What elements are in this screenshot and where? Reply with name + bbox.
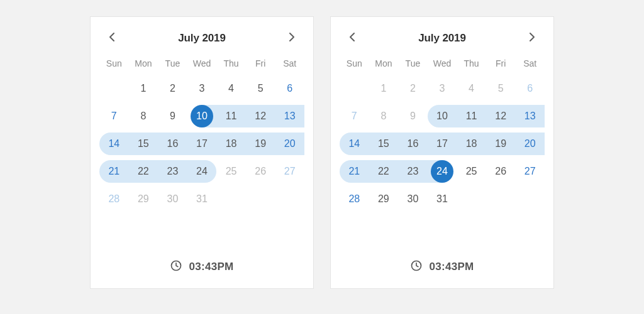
calendar-header: July 2019	[99, 27, 304, 55]
day-cell: 27	[275, 158, 304, 185]
day[interactable]: 13	[275, 102, 304, 130]
day[interactable]: 30	[158, 185, 187, 213]
weekday-label: Sat	[515, 55, 545, 75]
day[interactable]: 4	[216, 75, 246, 102]
day[interactable]: 28	[99, 185, 129, 213]
day[interactable]: 25	[457, 158, 486, 185]
day[interactable]: 17	[187, 130, 217, 158]
day[interactable]: 8	[369, 102, 399, 130]
time-picker[interactable]: 03:43PM	[340, 244, 545, 283]
day[interactable]: 3	[187, 75, 217, 102]
day[interactable]: 15	[129, 130, 158, 158]
day[interactable]: 18	[216, 130, 246, 158]
day-cell: 9	[398, 102, 428, 130]
day[interactable]: 6	[515, 75, 545, 102]
day[interactable]: 22	[129, 158, 158, 185]
day-cell: 1	[369, 75, 399, 102]
day[interactable]: 21	[99, 158, 129, 185]
day-cell: 6	[515, 75, 545, 102]
next-month-button[interactable]	[283, 30, 301, 47]
day[interactable]: 9	[398, 102, 428, 130]
day[interactable]: 12	[246, 102, 275, 130]
day[interactable]: 6	[275, 75, 304, 102]
day[interactable]: 29	[369, 185, 399, 213]
day-cell: 3	[187, 75, 217, 102]
weekday-header: SunMonTueWedThuFriSat	[340, 55, 545, 75]
day[interactable]: 20	[515, 130, 545, 158]
day[interactable]: 1	[129, 75, 158, 102]
day-cell: 8	[129, 102, 158, 130]
day[interactable]: 29	[129, 185, 158, 213]
day[interactable]: 4	[457, 75, 486, 102]
day[interactable]: 21	[340, 158, 369, 185]
day[interactable]: 19	[486, 130, 516, 158]
day[interactable]: 13	[515, 102, 545, 130]
day-cell: 23	[158, 158, 187, 185]
day[interactable]: 27	[275, 158, 304, 185]
day-cell: 1	[129, 75, 158, 102]
prev-month-button[interactable]	[103, 30, 121, 47]
day[interactable]: 22	[369, 158, 399, 185]
day[interactable]: 26	[246, 158, 275, 185]
next-month-button[interactable]	[523, 30, 541, 47]
day[interactable]: 10	[428, 102, 457, 130]
day[interactable]: 19	[246, 130, 275, 158]
day-cell: 21	[99, 158, 129, 185]
day[interactable]: 26	[486, 158, 516, 185]
day[interactable]: 11	[457, 102, 486, 130]
time-picker[interactable]: 03:43PM	[99, 244, 304, 283]
day[interactable]: 24	[187, 158, 217, 185]
day-cell	[515, 185, 545, 213]
day[interactable]: 25	[216, 158, 246, 185]
day-cell	[457, 185, 486, 213]
prev-month-button[interactable]	[343, 30, 361, 47]
day[interactable]: 3	[428, 75, 457, 102]
day[interactable]: 16	[398, 130, 428, 158]
day[interactable]: 14	[340, 130, 369, 158]
weekday-label: Sun	[99, 55, 129, 75]
weekday-label: Tue	[398, 55, 428, 75]
day-cell: 14	[340, 130, 369, 158]
day[interactable]: 7	[99, 102, 129, 130]
month-year-label[interactable]: July 2019	[418, 32, 466, 45]
day-cell: 29	[369, 185, 399, 213]
day-cell: 25	[216, 158, 246, 185]
day-selected[interactable]: 10	[191, 105, 213, 127]
day[interactable]: 2	[398, 75, 428, 102]
day[interactable]: 30	[398, 185, 428, 213]
weekday-label: Mon	[369, 55, 399, 75]
day-cell: 7	[99, 102, 129, 130]
chevron-left-icon	[109, 33, 115, 44]
calendar-start: July 2019SunMonTueWedThuFriSat1234567891…	[90, 16, 314, 289]
month-year-label[interactable]: July 2019	[178, 32, 226, 45]
day[interactable]: 11	[216, 102, 246, 130]
day[interactable]: 31	[428, 185, 457, 213]
day[interactable]: 2	[158, 75, 187, 102]
day-cell: 12	[486, 102, 516, 130]
day[interactable]: 31	[187, 185, 217, 213]
day-selected[interactable]: 24	[431, 160, 453, 183]
day-cell: 24	[187, 158, 217, 185]
day[interactable]: 12	[486, 102, 516, 130]
day[interactable]: 5	[486, 75, 516, 102]
day[interactable]: 5	[246, 75, 275, 102]
day[interactable]: 23	[398, 158, 428, 185]
day[interactable]: 20	[275, 130, 304, 158]
day[interactable]: 17	[428, 130, 457, 158]
day[interactable]: 28	[340, 185, 369, 213]
day[interactable]: 1	[369, 75, 399, 102]
day[interactable]: 15	[369, 130, 399, 158]
day-cell: 30	[158, 185, 187, 213]
day[interactable]: 7	[340, 102, 369, 130]
day[interactable]: 8	[129, 102, 158, 130]
day[interactable]: 16	[158, 130, 187, 158]
day[interactable]: 18	[457, 130, 486, 158]
day[interactable]: 23	[158, 158, 187, 185]
day[interactable]: 9	[158, 102, 187, 130]
day[interactable]: 14	[99, 130, 129, 158]
chevron-right-icon	[529, 33, 535, 44]
day[interactable]: 27	[515, 158, 545, 185]
day-cell: 8	[369, 102, 399, 130]
calendar-grid: 1234567891011121314151617181920212223242…	[340, 75, 545, 213]
day-cell: 21	[340, 158, 369, 185]
